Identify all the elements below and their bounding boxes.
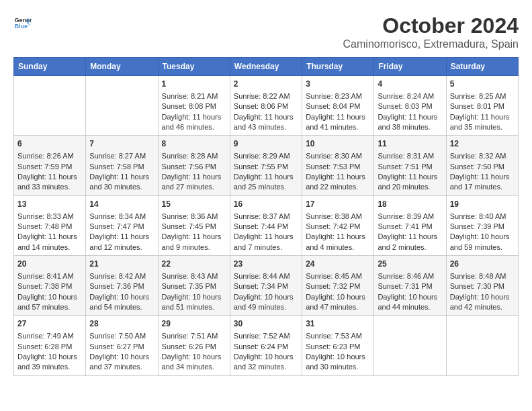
sunrise-text: Sunrise: 8:22 AM (234, 91, 298, 101)
sunrise-text: Sunrise: 8:36 AM (162, 212, 226, 222)
daylight-text: Daylight: 11 hours and 25 minutes. (234, 172, 298, 193)
calendar-cell: 10Sunrise: 8:30 AMSunset: 7:53 PMDayligh… (302, 136, 374, 195)
calendar-cell (14, 76, 86, 136)
calendar-cell: 13Sunrise: 8:33 AMSunset: 7:48 PMDayligh… (14, 195, 86, 255)
logo-icon: General Blue (13, 13, 32, 32)
calendar-cell: 28Sunrise: 7:50 AMSunset: 6:27 PMDayligh… (86, 316, 158, 375)
svg-text:Blue: Blue (14, 23, 28, 30)
sunset-text: Sunset: 7:34 PM (234, 281, 298, 291)
day-number: 25 (378, 259, 442, 270)
daylight-text: Daylight: 11 hours and 12 minutes. (89, 232, 154, 253)
weekday-header-saturday: Saturday (446, 58, 518, 76)
calendar-cell: 5Sunrise: 8:25 AMSunset: 8:01 PMDaylight… (446, 76, 518, 136)
sunset-text: Sunset: 8:06 PM (234, 101, 298, 111)
daylight-text: Daylight: 11 hours and 22 minutes. (306, 172, 370, 193)
calendar-cell: 21Sunrise: 8:42 AMSunset: 7:36 PMDayligh… (86, 256, 158, 316)
daylight-text: Daylight: 11 hours and 9 minutes. (162, 232, 226, 253)
svg-text:General: General (14, 17, 32, 24)
sunrise-text: Sunrise: 8:45 AM (306, 271, 370, 281)
daylight-text: Daylight: 11 hours and 2 minutes. (378, 232, 442, 253)
day-number: 9 (234, 138, 298, 150)
sunrise-text: Sunrise: 8:24 AM (378, 91, 442, 101)
day-number: 17 (306, 199, 370, 210)
day-number: 23 (234, 259, 298, 270)
calendar-cell: 26Sunrise: 8:48 AMSunset: 7:30 PMDayligh… (446, 256, 518, 316)
sunset-text: Sunset: 7:30 PM (450, 281, 515, 291)
day-number: 18 (378, 199, 442, 210)
sunrise-text: Sunrise: 8:42 AM (89, 271, 154, 281)
weekday-header-row: SundayMondayTuesdayWednesdayThursdayFrid… (14, 58, 519, 76)
sunrise-text: Sunrise: 7:53 AM (306, 331, 370, 341)
calendar-cell: 12Sunrise: 8:32 AMSunset: 7:50 PMDayligh… (446, 136, 518, 195)
day-number: 7 (89, 138, 154, 150)
calendar-cell: 17Sunrise: 8:38 AMSunset: 7:42 PMDayligh… (302, 195, 374, 255)
daylight-text: Daylight: 10 hours and 34 minutes. (162, 352, 226, 373)
day-number: 10 (306, 138, 370, 150)
sunrise-text: Sunrise: 8:40 AM (450, 212, 515, 222)
sunrise-text: Sunrise: 8:23 AM (306, 91, 370, 101)
sunset-text: Sunset: 7:44 PM (234, 222, 298, 232)
calendar-cell: 6Sunrise: 8:26 AMSunset: 7:59 PMDaylight… (14, 136, 86, 195)
daylight-text: Daylight: 10 hours and 59 minutes. (450, 232, 515, 253)
sunset-text: Sunset: 8:08 PM (162, 101, 226, 111)
week-row-4: 20Sunrise: 8:41 AMSunset: 7:38 PMDayligh… (14, 256, 519, 316)
daylight-text: Daylight: 11 hours and 20 minutes. (378, 172, 442, 193)
sunrise-text: Sunrise: 8:41 AM (17, 271, 82, 281)
day-number: 22 (162, 259, 226, 270)
day-number: 6 (17, 138, 82, 150)
calendar-cell (374, 316, 446, 375)
calendar-cell: 4Sunrise: 8:24 AMSunset: 8:03 PMDaylight… (374, 76, 446, 136)
weekday-header-friday: Friday (374, 58, 446, 76)
day-number: 30 (234, 318, 298, 330)
daylight-text: Daylight: 11 hours and 30 minutes. (89, 172, 154, 193)
day-number: 19 (450, 199, 515, 210)
daylight-text: Daylight: 11 hours and 14 minutes. (17, 232, 82, 253)
sunset-text: Sunset: 7:36 PM (89, 281, 154, 291)
daylight-text: Daylight: 11 hours and 33 minutes. (17, 172, 82, 193)
sunrise-text: Sunrise: 7:52 AM (234, 331, 298, 341)
daylight-text: Daylight: 11 hours and 46 minutes. (162, 112, 226, 133)
weekday-header-tuesday: Tuesday (158, 58, 230, 76)
page-header: General Blue October 2024 Caminomorisco,… (13, 13, 519, 50)
weekday-header-thursday: Thursday (302, 58, 374, 76)
page-title: October 2024 (343, 13, 519, 38)
day-number: 24 (306, 259, 370, 270)
daylight-text: Daylight: 10 hours and 49 minutes. (234, 292, 298, 313)
sunrise-text: Sunrise: 8:26 AM (17, 151, 82, 161)
calendar-cell (86, 76, 158, 136)
calendar-cell: 15Sunrise: 8:36 AMSunset: 7:45 PMDayligh… (158, 195, 230, 255)
day-number: 5 (450, 79, 515, 90)
daylight-text: Daylight: 10 hours and 47 minutes. (306, 292, 370, 313)
calendar-cell: 27Sunrise: 7:49 AMSunset: 6:28 PMDayligh… (14, 316, 86, 375)
sunrise-text: Sunrise: 8:48 AM (450, 271, 515, 281)
sunset-text: Sunset: 7:51 PM (378, 162, 442, 172)
daylight-text: Daylight: 11 hours and 41 minutes. (306, 112, 370, 133)
calendar-cell: 22Sunrise: 8:43 AMSunset: 7:35 PMDayligh… (158, 256, 230, 316)
sunset-text: Sunset: 7:32 PM (306, 281, 370, 291)
calendar-cell: 7Sunrise: 8:27 AMSunset: 7:58 PMDaylight… (86, 136, 158, 195)
sunset-text: Sunset: 7:58 PM (89, 162, 154, 172)
sunset-text: Sunset: 6:28 PM (17, 342, 82, 352)
daylight-text: Daylight: 10 hours and 51 minutes. (162, 292, 226, 313)
daylight-text: Daylight: 11 hours and 38 minutes. (378, 112, 442, 133)
calendar-cell: 8Sunrise: 8:28 AMSunset: 7:56 PMDaylight… (158, 136, 230, 195)
day-number: 20 (17, 259, 82, 270)
day-number: 4 (378, 79, 442, 90)
calendar-cell: 3Sunrise: 8:23 AMSunset: 8:04 PMDaylight… (302, 76, 374, 136)
sunset-text: Sunset: 7:47 PM (89, 222, 154, 232)
sunrise-text: Sunrise: 8:31 AM (378, 151, 442, 161)
sunset-text: Sunset: 7:55 PM (234, 162, 298, 172)
sunrise-text: Sunrise: 7:50 AM (89, 331, 154, 341)
page-subtitle: Caminomorisco, Extremadura, Spain (343, 38, 519, 50)
sunset-text: Sunset: 7:59 PM (17, 162, 82, 172)
day-number: 3 (306, 79, 370, 90)
calendar-cell (446, 316, 518, 375)
daylight-text: Daylight: 10 hours and 57 minutes. (17, 292, 82, 313)
day-number: 13 (17, 199, 82, 210)
daylight-text: Daylight: 10 hours and 39 minutes. (17, 352, 82, 373)
title-area: October 2024 Caminomorisco, Extremadura,… (343, 13, 519, 50)
week-row-2: 6Sunrise: 8:26 AMSunset: 7:59 PMDaylight… (14, 136, 519, 195)
day-number: 21 (89, 259, 154, 270)
sunset-text: Sunset: 7:56 PM (162, 162, 226, 172)
sunset-text: Sunset: 6:23 PM (306, 342, 370, 352)
